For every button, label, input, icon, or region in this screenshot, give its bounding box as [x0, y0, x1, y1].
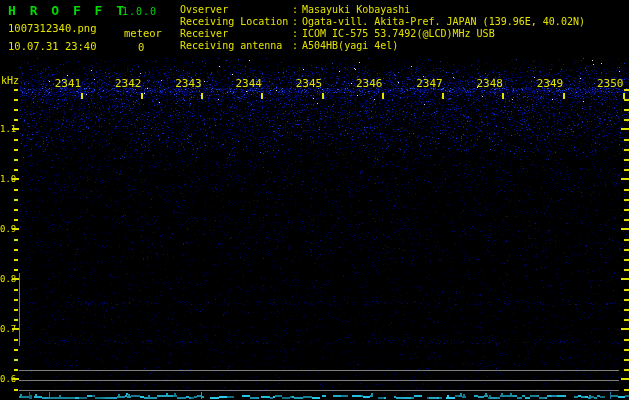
y-axis-tick-left: [12, 128, 19, 130]
x-axis-label: 2345: [293, 77, 325, 90]
y-axis-tick-right: [624, 339, 629, 341]
level-grid-line: [19, 370, 619, 371]
x-axis-label: 2346: [353, 77, 385, 90]
x-axis-label: 2347: [413, 77, 445, 90]
y-axis-tick-right: [621, 378, 629, 380]
x-axis-tick: [81, 93, 83, 99]
y-axis-tick-right: [624, 209, 629, 211]
y-axis-tick-right: [624, 299, 629, 301]
y-axis-tick-right: [624, 199, 629, 201]
y-axis-tick-left: [14, 99, 18, 101]
y-axis-tick-right: [624, 319, 629, 321]
mode-label: meteor: [124, 27, 162, 39]
x-axis-tick: [442, 93, 444, 99]
info-value: ICOM IC-575 53.7492(@LCD)MHz USB: [302, 28, 495, 39]
y-axis-tick-left: [14, 349, 18, 351]
app-version: 1.0.0: [122, 6, 157, 17]
x-axis-label: 2348: [474, 77, 506, 90]
info-separator: :: [292, 40, 302, 51]
y-axis-tick-right: [624, 389, 629, 391]
x-axis-tick: [382, 93, 384, 99]
x-axis-tick: [201, 93, 203, 99]
y-axis-tick-left: [14, 269, 18, 271]
spectrogram-canvas: [0, 0, 629, 400]
info-label: Ovserver: [180, 4, 292, 15]
output-filename: 1007312340.png: [8, 22, 97, 34]
y-axis-tick-right: [621, 128, 629, 130]
x-axis-label: 2341: [52, 77, 84, 90]
x-axis-label: 2350: [594, 77, 626, 90]
y-axis-tick-right: [624, 359, 629, 361]
y-axis-tick-right: [624, 369, 629, 371]
info-separator: :: [292, 28, 302, 39]
datetime-label: 10.07.31 23:40: [8, 40, 97, 52]
y-axis-tick-left: [14, 169, 18, 171]
info-label: Receiving Location: [180, 16, 292, 27]
station-info-row: Ovserver:Masayuki Kobayashi: [180, 4, 410, 15]
meteor-count: 0: [138, 41, 144, 53]
y-axis-tick-left: [14, 299, 18, 301]
x-axis-tick: [502, 93, 504, 99]
y-axis-tick-left: [14, 309, 18, 311]
y-axis-tick-right: [624, 259, 629, 261]
y-axis-tick-right: [624, 109, 629, 111]
y-axis-tick-right: [621, 228, 629, 230]
y-axis-tick-left: [14, 139, 18, 141]
y-axis-tick-left: [14, 149, 18, 151]
y-axis-tick-left: [14, 189, 18, 191]
y-axis-tick-left: [14, 289, 18, 291]
y-axis-tick-left: [14, 119, 18, 121]
y-axis-tick-left: [14, 369, 18, 371]
x-axis-label: 2344: [233, 77, 265, 90]
info-separator: :: [292, 4, 302, 15]
y-axis-tick-right: [624, 99, 629, 101]
y-axis-tick-left: [14, 159, 18, 161]
y-axis-tick-left: [14, 109, 18, 111]
y-axis-tick-right: [624, 249, 629, 251]
y-axis-tick-right: [624, 89, 629, 91]
info-value: Masayuki Kobayashi: [302, 4, 410, 15]
x-axis-label: 2349: [534, 77, 566, 90]
y-axis-tick-left: [12, 178, 19, 180]
x-axis-tick: [322, 93, 324, 99]
x-axis-tick: [261, 93, 263, 99]
info-label: Receiver: [180, 28, 292, 39]
y-axis-tick-right: [624, 219, 629, 221]
y-axis-tick-left: [14, 259, 18, 261]
y-axis-tick-right: [621, 328, 629, 330]
x-axis-label: 2343: [173, 77, 205, 90]
level-grid-line: [19, 390, 619, 391]
y-axis-tick-left: [14, 209, 18, 211]
y-axis-tick-right: [621, 178, 629, 180]
y-axis-tick-right: [624, 269, 629, 271]
y-axis-tick-right: [624, 189, 629, 191]
y-axis-tick-right: [624, 149, 629, 151]
y-axis-tick-right: [624, 349, 629, 351]
station-info-row: Receiving Location:Ogata-vill. Akita-Pre…: [180, 16, 585, 27]
y-axis-tick-left: [14, 219, 18, 221]
y-axis-tick-left: [12, 378, 19, 380]
x-axis-label: 2342: [112, 77, 144, 90]
info-label: Receiving antenna: [180, 40, 292, 51]
y-axis-tick-left: [12, 278, 19, 280]
y-axis-tick-right: [621, 278, 629, 280]
x-axis-tick: [141, 93, 143, 99]
y-axis-tick-left: [14, 339, 18, 341]
level-scale-bar: [19, 273, 20, 346]
x-axis-tick: [563, 93, 565, 99]
y-axis-tick-left: [12, 328, 19, 330]
info-value: A504HB(yagi 4el): [302, 40, 398, 51]
hrofft-output-image: H R O F F T 1.0.0 1007312340.png meteor …: [0, 0, 629, 400]
y-axis-tick-left: [14, 89, 18, 91]
info-separator: :: [292, 16, 302, 27]
y-axis-tick-right: [624, 309, 629, 311]
y-axis-tick-left: [14, 199, 18, 201]
y-axis-tick-left: [14, 359, 18, 361]
y-axis-tick-right: [624, 289, 629, 291]
y-axis-tick-left: [14, 389, 18, 391]
y-axis-tick-right: [624, 139, 629, 141]
y-axis-tick-left: [12, 228, 19, 230]
app-title: H R O F F T: [8, 3, 127, 18]
y-axis-tick-right: [624, 119, 629, 121]
y-axis-unit-label: kHz: [1, 75, 19, 86]
